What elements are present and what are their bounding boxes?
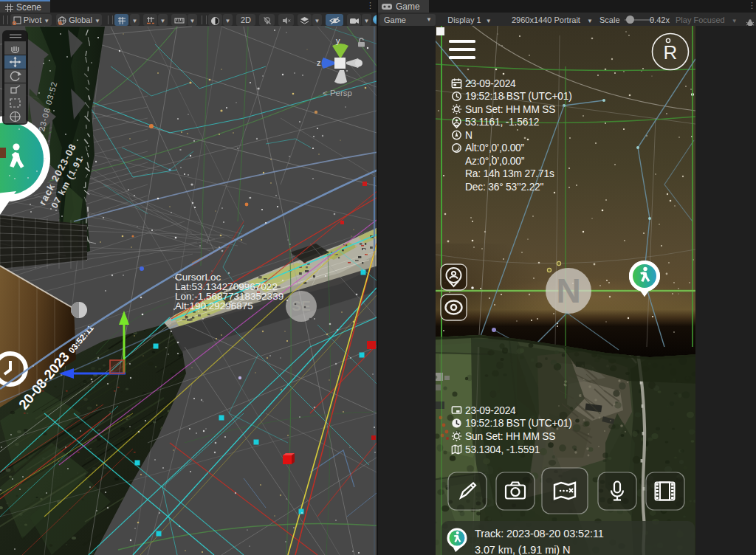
svg-text:< Persp: < Persp	[323, 89, 352, 97]
svg-text:53.1304, -1.5591: 53.1304, -1.5591	[465, 444, 540, 455]
svg-text:N: N	[556, 272, 580, 310]
svg-text:Alt:190.29296875: Alt:190.29296875	[175, 300, 253, 311]
svg-text:R: R	[664, 41, 678, 63]
svg-text:y: y	[336, 36, 340, 45]
svg-text:3.07 km, (1.91 mi) N: 3.07 km, (1.91 mi) N	[475, 544, 570, 555]
svg-text:Sun Set: HH MM SS: Sun Set: HH MM SS	[465, 104, 555, 115]
svg-text:N: N	[465, 130, 472, 141]
svg-text:19:52:18 BST (UTC+01): 19:52:18 BST (UTC+01)	[465, 91, 572, 102]
svg-text:Alt:0°,0’,0.00”: Alt:0°,0’,0.00”	[465, 142, 525, 154]
svg-text:Az:0°,0’,0.00”: Az:0°,0’,0.00”	[465, 156, 525, 167]
svg-text:53.1161, -1.5612: 53.1161, -1.5612	[465, 117, 539, 128]
svg-text:23-09-2024: 23-09-2024	[465, 78, 516, 89]
svg-text:z: z	[317, 58, 321, 67]
svg-text:SE: SE	[292, 298, 310, 314]
svg-text:Ra: 14h 13m 27.71s: Ra: 14h 13m 27.71s	[465, 168, 554, 179]
svg-text:Dec: 36° 53’’2.22": Dec: 36° 53’’2.22"	[465, 182, 544, 193]
svg-text:19:52:18 BST (UTC+01): 19:52:18 BST (UTC+01)	[465, 418, 572, 429]
svg-text:23-09-2024: 23-09-2024	[465, 405, 516, 416]
svg-text:Track: 2023-08-20 03:52:11: Track: 2023-08-20 03:52:11	[475, 528, 604, 540]
svg-text:Sun Set: HH MM SS: Sun Set: HH MM SS	[465, 431, 555, 442]
